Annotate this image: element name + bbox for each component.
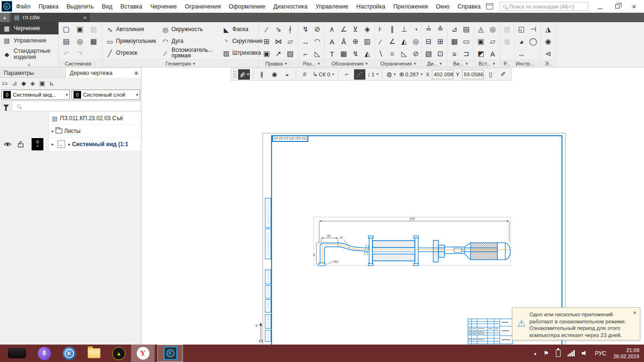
restore-button[interactable] bbox=[612, 3, 622, 10]
parallel-snap-icon[interactable]: ∦ bbox=[256, 69, 267, 80]
toolbar-icon[interactable]: ▭ bbox=[461, 35, 472, 48]
command-search-input[interactable]: Поиск по командам (Alt+/) bbox=[500, 2, 588, 11]
expand-arrow-icon[interactable]: ► bbox=[51, 129, 56, 133]
geometry-tool[interactable]: ∿ Автолиния bbox=[105, 24, 159, 35]
menu-item[interactable]: Окно bbox=[436, 3, 449, 10]
toolbar-icon[interactable]: ◎ bbox=[74, 35, 86, 48]
group-footer-edit[interactable]: Правка▾∷ bbox=[259, 60, 298, 67]
kompas-tray-icon[interactable]: K bbox=[63, 347, 76, 360]
drag-grip-icon[interactable] bbox=[233, 71, 237, 78]
toolbar-icon[interactable]: A bbox=[487, 48, 499, 60]
toolbar-icon[interactable]: ≟ bbox=[423, 23, 435, 35]
cursor-y-field[interactable]: 59.0586 bbox=[462, 70, 484, 79]
toolbar-icon[interactable]: ⊡ bbox=[435, 48, 446, 60]
toolbar-icon[interactable]: ◎ bbox=[410, 35, 422, 48]
start-button[interactable] bbox=[8, 348, 26, 358]
toolbar-icon[interactable]: ◔ bbox=[410, 23, 422, 35]
toolbar-icon[interactable]: ∖ bbox=[375, 48, 387, 60]
toolbar-icon[interactable]: ◕ bbox=[516, 35, 528, 48]
collapse-chevron-icon[interactable]: » bbox=[0, 62, 58, 68]
grid-icon[interactable]: # bbox=[299, 69, 310, 80]
toolbar-icon[interactable]: ◺ bbox=[312, 48, 323, 60]
clock[interactable]: 21:09 26.02.2019 bbox=[613, 347, 639, 360]
cursor-x-field[interactable]: 402.098 bbox=[432, 70, 454, 79]
group-footer-diagnostics[interactable]: Ди...▾ bbox=[422, 60, 447, 67]
rounding-selector[interactable]: ↕ 1 ▾ bbox=[367, 69, 380, 80]
menu-item[interactable]: Диагностика bbox=[273, 3, 307, 10]
point-snap-icon[interactable]: ◒ bbox=[281, 69, 293, 80]
toolbar-icon[interactable]: ↗ bbox=[272, 48, 284, 60]
toolbar-icon[interactable]: ⇘ bbox=[272, 23, 284, 35]
tree-toolbar-icon[interactable]: ⊾ bbox=[50, 80, 55, 87]
tab-close-icon[interactable]: × bbox=[83, 14, 87, 21]
menu-item[interactable]: Оформление bbox=[229, 3, 265, 10]
group-footer-electro[interactable]: Э.. bbox=[541, 60, 555, 67]
document-tab[interactable]: ▤ гл.cdw × bbox=[11, 13, 90, 22]
toolbar-icon[interactable]: ↷ bbox=[74, 48, 86, 60]
toolbar-icon[interactable]: ▣ bbox=[261, 48, 272, 60]
voice-assistant-icon[interactable] bbox=[38, 347, 51, 360]
toolbar-icon[interactable]: ∤ bbox=[284, 23, 296, 35]
toolbar-icon[interactable]: Å bbox=[338, 35, 350, 48]
toolbar-icon[interactable]: ⊦ bbox=[375, 23, 387, 35]
toolbar-icon[interactable]: ⊘ bbox=[410, 48, 422, 60]
tree-toolbar-icon[interactable]: ◆ bbox=[21, 80, 26, 87]
geometry-tool[interactable]: ▭ Прямоугольник bbox=[105, 35, 159, 47]
toolbar-icon[interactable]: ≡ bbox=[449, 48, 461, 60]
toolbar-icon[interactable]: ⊻ bbox=[350, 23, 362, 35]
toolbar-icon[interactable]: A bbox=[326, 35, 338, 48]
tree-toolbar-icon[interactable]: ▭ bbox=[2, 80, 8, 87]
drawing-canvas[interactable]: ▾ ∦ ◉ ◒ # ↳ СК 0 ▾ ⌐ ⋰ ↕ 1 ▾ bbox=[141, 67, 644, 345]
menu-item[interactable]: Правка bbox=[39, 3, 58, 10]
toolbar-icon[interactable]: ⊐ bbox=[461, 48, 472, 60]
toolbar-icon[interactable]: ▦ bbox=[338, 48, 350, 60]
toolbar-icon[interactable]: ↯ bbox=[350, 48, 362, 60]
current-view-combo[interactable]: 0 Системный вид... ▾ bbox=[1, 90, 70, 100]
group-footer-geometry[interactable]: Геометрия▾ bbox=[102, 59, 258, 67]
toolbar-icon[interactable]: ◎ bbox=[487, 23, 499, 35]
toolbar-icon[interactable]: ▥ bbox=[362, 35, 373, 48]
toolbar-icon[interactable]: ↔ bbox=[516, 48, 528, 60]
ruler-icon[interactable]: ▯ bbox=[485, 69, 496, 80]
menu-item[interactable]: Приложения bbox=[393, 3, 428, 10]
geometry-tool[interactable]: ◠ Дуга bbox=[161, 35, 220, 47]
snap-settings-button[interactable]: ▾ bbox=[238, 69, 250, 80]
toolbar-icon[interactable]: ↔ bbox=[300, 35, 312, 48]
toolbar-icon[interactable]: ◭ bbox=[362, 48, 373, 60]
tree-item-sheets[interactable]: ► Листы bbox=[0, 125, 141, 138]
group-footer-dimensions[interactable]: Раз...▾ bbox=[298, 60, 324, 67]
toolbar-icon[interactable]: ≙ bbox=[435, 23, 446, 35]
toolbar-icon[interactable]: ↶ bbox=[60, 48, 72, 60]
menu-item[interactable]: Черчение bbox=[150, 3, 177, 10]
toolbar-icon[interactable]: ◯ bbox=[528, 35, 539, 48]
aimp-player-icon[interactable]: ▲ bbox=[112, 347, 125, 360]
snaps-toggle-icon[interactable]: ⋰ bbox=[354, 69, 365, 80]
filter-button[interactable] bbox=[0, 101, 12, 111]
toolbar-icon[interactable]: ◬ bbox=[475, 23, 487, 35]
toolbar-icon[interactable]: ▤ bbox=[461, 23, 472, 35]
menu-item[interactable]: Управление bbox=[315, 3, 348, 10]
geometry-tool[interactable]: ◎ Окружность bbox=[161, 24, 220, 35]
toolbar-icon[interactable]: ▣ bbox=[475, 35, 487, 48]
geometry-tool[interactable]: ╱ Отрезок bbox=[105, 47, 159, 59]
toolbar-icon[interactable]: ▣ bbox=[74, 23, 86, 35]
group-footer-tools[interactable]: Инстр...∷ bbox=[514, 60, 540, 67]
sidebar-item-standard-parts[interactable]: ◆Стандартные изделия bbox=[0, 47, 58, 62]
toolbar-icon[interactable]: ▤ bbox=[60, 35, 72, 48]
menu-item[interactable]: Настройка bbox=[356, 3, 386, 10]
angle-snap-icon[interactable]: ◉ bbox=[269, 69, 280, 80]
toolbar-icon[interactable]: ⊟ bbox=[423, 35, 435, 48]
gear-icon[interactable]: ✳ bbox=[132, 68, 141, 78]
toolbar-icon[interactable]: ∕ bbox=[261, 23, 272, 35]
coordinate-system-selector[interactable]: ↳ СК 0 ▾ bbox=[312, 69, 335, 80]
toolbar-icon[interactable]: ⊘ bbox=[312, 23, 323, 35]
group-footer-system[interactable]: Системная∷ bbox=[59, 60, 102, 67]
sidebar-item-drafting[interactable]: ▦Черчение bbox=[0, 22, 58, 34]
group-footer-designations[interactable]: Обозначения▾ bbox=[325, 60, 374, 67]
toolbar-icon[interactable]: ◠ bbox=[312, 35, 323, 48]
toolbar-icon[interactable]: ⊥ bbox=[398, 23, 410, 35]
toolbar-icon[interactable]: ▱ bbox=[284, 35, 296, 48]
zoom-scale-selector[interactable]: ⊕ 0.287 ▾ bbox=[398, 69, 423, 80]
sidebar-item-management[interactable]: ▤Управление bbox=[0, 34, 58, 47]
toolbar-icon[interactable]: ▦ bbox=[449, 35, 461, 48]
